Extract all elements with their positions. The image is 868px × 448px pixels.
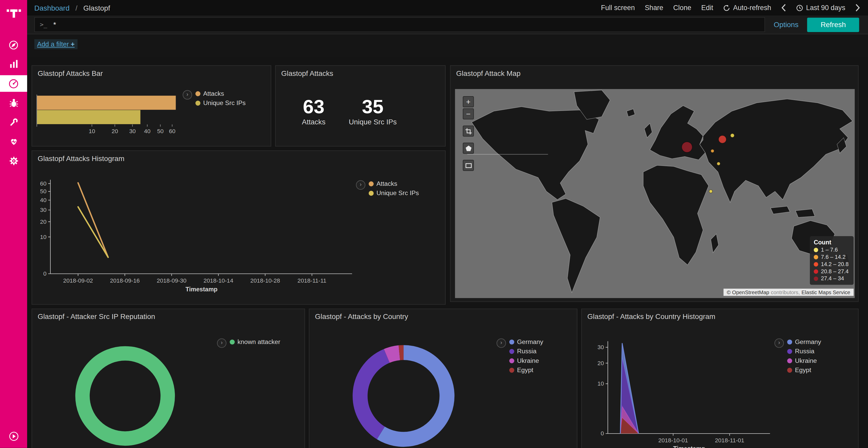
legend-item[interactable]: Germany <box>509 338 543 345</box>
legend-label: Unique Src IPs <box>203 100 245 106</box>
svg-text:30: 30 <box>129 128 135 134</box>
breadcrumb-separator: / <box>75 4 78 12</box>
legend-item[interactable]: Germany <box>787 338 821 345</box>
time-back-button[interactable] <box>781 4 786 12</box>
legend-color-dot <box>230 339 235 344</box>
legend-item[interactable]: Unique Src IPs <box>195 100 245 106</box>
metric-value: 35 <box>349 97 397 116</box>
svg-text:10: 10 <box>597 381 604 387</box>
legend-item[interactable]: Egypt <box>509 367 543 373</box>
legend-label: Attacks <box>376 180 397 187</box>
sidebar-item-apm[interactable] <box>0 95 27 111</box>
legend-item[interactable]: known attacker <box>230 338 280 345</box>
options-link[interactable]: Options <box>774 21 799 29</box>
reputation-donut-chart[interactable] <box>32 309 305 448</box>
query-bar: >_ Options Refresh <box>27 15 868 34</box>
legend-items: GermanyRussiaUkraineEgypt <box>787 338 821 376</box>
filter-bar: Add a filter + <box>27 34 868 57</box>
svg-text:30: 30 <box>40 207 46 213</box>
map-rectangle-tool-button[interactable] <box>463 160 474 171</box>
svg-text:20: 20 <box>40 218 46 225</box>
polygon-icon <box>465 144 472 152</box>
map-zoom-in-button[interactable]: + <box>463 96 474 107</box>
country-area-chart[interactable]: 01020302018-10-012018-11-01Timestamp <box>582 309 859 448</box>
legend-toggle[interactable]: › <box>774 338 784 348</box>
panel-title: Glastopf Attacks <box>281 69 333 77</box>
legend-item[interactable]: Egypt <box>787 367 821 373</box>
legend-color-dot <box>787 358 792 363</box>
gear-icon <box>8 156 19 167</box>
map-zoom-out-button[interactable]: − <box>463 108 474 119</box>
sidebar-item-discover[interactable] <box>0 36 27 53</box>
breadcrumb-dashboard-link[interactable]: Dashboard <box>34 4 69 12</box>
svg-text:2018-11-11: 2018-11-11 <box>298 277 327 284</box>
add-filter-link[interactable]: Add a filter + <box>34 39 78 49</box>
full-screen-button[interactable]: Full screen <box>601 4 635 12</box>
legend-label: Germany <box>795 338 821 345</box>
attacks-histogram-chart[interactable]: 01020304050602018-09-022018-09-162018-09… <box>32 151 445 305</box>
telekom-logo[interactable] <box>0 2 27 25</box>
sidebar-item-management[interactable] <box>0 152 27 169</box>
legend-toggle[interactable]: › <box>217 338 226 348</box>
sidebar-item-dev-tools[interactable] <box>0 114 27 130</box>
map-controls: + − <box>463 96 474 171</box>
legend-item[interactable]: Attacks <box>195 90 245 97</box>
time-range-button[interactable]: Last 90 days <box>796 4 845 12</box>
legend-item[interactable]: Attacks <box>369 180 419 187</box>
telekom-t-icon <box>6 6 21 21</box>
svg-text:30: 30 <box>597 344 604 350</box>
auto-refresh-button[interactable]: Auto-refresh <box>723 4 771 12</box>
sidebar-item-dashboard[interactable] <box>0 75 27 92</box>
chart-legend: › AttacksUnique Src IPs <box>356 180 419 199</box>
collapse-nav-button[interactable] <box>0 428 27 445</box>
attribution-middle: contributors, <box>771 289 800 296</box>
legend-item[interactable]: Unique Src IPs <box>369 190 419 196</box>
legend-toggle[interactable]: › <box>183 90 192 99</box>
clone-button[interactable]: Clone <box>673 4 691 12</box>
legend-toggle[interactable]: › <box>356 180 365 190</box>
edit-button[interactable]: Edit <box>702 4 713 12</box>
refresh-button[interactable]: Refresh <box>807 18 859 32</box>
svg-text:2018-10-28: 2018-10-28 <box>250 277 280 284</box>
map-crop-tool-button[interactable] <box>463 126 474 137</box>
chart-legend: › GermanyRussiaUkraineEgypt <box>497 338 543 376</box>
legend-label: Ukraine <box>795 357 817 364</box>
time-forward-button[interactable] <box>855 4 860 12</box>
legend-color-dot <box>787 339 792 344</box>
svg-text:10: 10 <box>40 234 46 240</box>
legend-item[interactable]: Russia <box>509 348 543 354</box>
legend-item[interactable]: Ukraine <box>509 357 543 364</box>
bar-chart-icon <box>8 59 19 70</box>
panel-attacks-by-country: Glastopf - Attacks by Country › GermanyR… <box>309 309 578 448</box>
legend-item[interactable]: Russia <box>787 348 821 354</box>
legend-color-dot <box>509 368 514 372</box>
map-legend-row: 14.2 – 20.8 <box>814 261 848 267</box>
gauge-icon <box>8 78 20 89</box>
crop-icon <box>465 128 472 135</box>
panel-attacks-by-country-histogram: Glastopf - Attacks by Country Histogram … <box>581 309 859 448</box>
share-button[interactable]: Share <box>645 4 663 12</box>
sidebar-item-visualize[interactable] <box>0 56 27 72</box>
legend-toggle[interactable]: › <box>497 338 506 348</box>
sidebar-nav <box>0 36 27 172</box>
sidebar-item-monitoring[interactable] <box>0 133 27 150</box>
ems-link[interactable]: Elastic Maps Service <box>801 289 850 296</box>
svg-text:40: 40 <box>40 197 46 203</box>
heartbeat-icon <box>8 136 19 147</box>
legend-label: known attacker <box>238 338 280 345</box>
metric-label: Attacks <box>302 118 326 126</box>
osm-link[interactable]: © OpenStreetMap <box>727 289 769 296</box>
legend-label: Germany <box>517 338 543 345</box>
legend-label: Attacks <box>203 90 224 97</box>
rectangle-icon <box>465 162 472 169</box>
time-range-label: Last 90 days <box>806 4 845 12</box>
country-donut-chart[interactable] <box>309 309 578 448</box>
legend-item[interactable]: Ukraine <box>787 357 821 364</box>
map-polygon-tool-button[interactable] <box>463 143 474 154</box>
legend-items: GermanyRussiaUkraineEgypt <box>509 338 543 376</box>
map-legend-dot <box>814 276 818 280</box>
legend-label: Ukraine <box>517 357 539 364</box>
query-input[interactable] <box>52 20 759 29</box>
svg-text:20: 20 <box>112 128 118 134</box>
world-map[interactable]: + − <box>455 89 855 298</box>
